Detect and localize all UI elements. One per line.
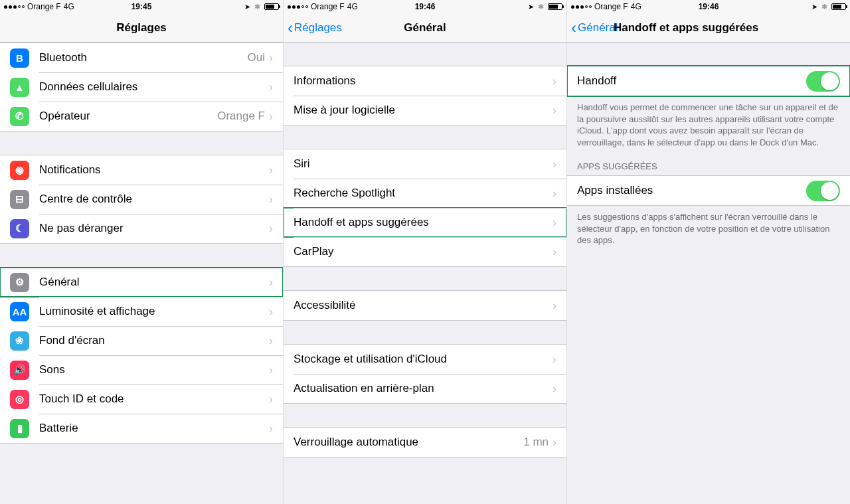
row-label: Actualisation en arrière-plan	[294, 382, 552, 395]
footer-apps: Les suggestions d'apps s'affichent sur l…	[567, 206, 850, 246]
touchid-icon: ◎	[10, 390, 29, 409]
row-value: Oui	[248, 51, 265, 64]
row-handoff-et-apps-sugg-r-es[interactable]: Handoff et apps suggérées›	[284, 208, 566, 237]
row-label: Ne pas déranger	[39, 222, 269, 235]
phone-icon: ✆	[10, 107, 29, 126]
footer-handoff: Handoff vous permet de commencer une tâc…	[567, 96, 850, 148]
bluetooth-status-icon: ✱	[254, 3, 260, 11]
row-op-rateur[interactable]: ✆OpérateurOrange F›	[0, 102, 283, 131]
row-label: Siri	[294, 157, 552, 171]
battery-icon	[264, 3, 279, 10]
location-icon: ➤	[244, 3, 250, 11]
row-label: Données cellulaires	[39, 80, 269, 94]
row-sons[interactable]: 🔊Sons›	[0, 355, 283, 384]
row-bluetooth[interactable]: BBluetoothOui›	[0, 43, 283, 72]
row-label: Apps installées	[577, 184, 806, 197]
bluetooth-status-icon: ✱	[821, 3, 827, 11]
row-centre-de-contr-le[interactable]: ⊟Centre de contrôle›	[0, 185, 283, 214]
cellular-icon: ▲	[10, 78, 29, 97]
row-fond-d-cran[interactable]: ❀Fond d'écran›	[0, 326, 283, 355]
row-label: Fond d'écran	[39, 334, 269, 347]
row-touch-id-et-code[interactable]: ◎Touch ID et code›	[0, 384, 283, 414]
chevron-right-icon: ›	[552, 353, 556, 367]
row-label: Handoff	[577, 74, 806, 88]
screen-settings: Orange F 4G 19:45 ➤ ✱ Réglages BBluetoot…	[0, 0, 284, 504]
clock-label: 19:46	[699, 2, 719, 11]
screen-general: Orange F 4G 19:46 ➤ ✱ ‹ Réglages Général…	[284, 0, 567, 504]
row-label: Centre de contrôle	[39, 193, 269, 206]
row-actualisation-en-arri-re-plan[interactable]: Actualisation en arrière-plan›	[284, 374, 566, 403]
location-icon: ➤	[811, 3, 817, 11]
row-siri[interactable]: Siri›	[284, 149, 566, 179]
chevron-right-icon: ›	[552, 382, 556, 396]
row-accessibilit-[interactable]: Accessibilité›	[284, 291, 566, 320]
nav-bar: ‹ Général Handoff et apps suggérées	[567, 13, 850, 42]
row-mise-jour-logicielle[interactable]: Mise à jour logicielle›	[284, 96, 566, 125]
chevron-right-icon: ›	[552, 74, 556, 88]
bluetooth-icon: B	[10, 48, 29, 68]
row-verrouillage-automatique[interactable]: Verrouillage automatique1 mn›	[284, 428, 566, 457]
back-button[interactable]: ‹ Réglages	[284, 20, 342, 36]
row-label: Informations	[294, 74, 552, 88]
control-center-icon: ⊟	[10, 190, 29, 209]
row-label: Verrouillage automatique	[294, 436, 523, 449]
display-icon: AA	[10, 302, 29, 321]
page-title: Réglages	[0, 21, 283, 35]
chevron-right-icon: ›	[269, 51, 273, 65]
row-value: 1 mn	[523, 436, 549, 449]
row-value: Orange F	[217, 110, 265, 123]
nav-bar: Réglages	[0, 13, 283, 42]
gear-icon: ⚙	[10, 273, 29, 292]
chevron-left-icon: ‹	[571, 20, 576, 36]
notifications-icon: ◉	[10, 161, 29, 180]
row-g-n-ral[interactable]: ⚙Général›	[0, 268, 283, 297]
row-label: CarPlay	[294, 245, 552, 258]
network-label: 4G	[64, 2, 74, 11]
row-label: Batterie	[39, 422, 269, 435]
row-label: Stockage et utilisation d'iCloud	[294, 353, 552, 366]
toggle-handoff[interactable]	[806, 71, 840, 92]
row-apps-installees[interactable]: Apps installées	[567, 176, 850, 205]
battery-icon	[831, 3, 846, 10]
toggle-apps-installees[interactable]	[806, 181, 840, 201]
chevron-right-icon: ›	[552, 299, 556, 313]
row-label: Mise à jour logicielle	[294, 104, 552, 117]
chevron-right-icon: ›	[552, 187, 556, 201]
row-handoff[interactable]: Handoff	[567, 66, 850, 96]
row-batterie[interactable]: ▮Batterie›	[0, 414, 283, 443]
row-label: Général	[39, 276, 269, 289]
chevron-right-icon: ›	[269, 222, 273, 236]
back-button[interactable]: ‹ Général	[567, 20, 618, 36]
header-apps-suggerees: APPS SUGGÉRÉES	[567, 148, 850, 175]
back-label: Général	[578, 21, 618, 35]
row-recherche-spotlight[interactable]: Recherche Spotlight›	[284, 179, 566, 208]
network-label: 4G	[347, 2, 358, 11]
row-ne-pas-d-ranger[interactable]: ☾Ne pas déranger›	[0, 214, 283, 243]
chevron-right-icon: ›	[269, 305, 273, 319]
chevron-right-icon: ›	[269, 193, 273, 207]
row-label: Accessibilité	[294, 299, 552, 312]
row-luminosit-et-affichage[interactable]: AALuminosité et affichage›	[0, 297, 283, 326]
row-label: Opérateur	[39, 110, 217, 123]
chevron-right-icon: ›	[552, 216, 556, 230]
row-donn-es-cellulaires[interactable]: ▲Données cellulaires›	[0, 72, 283, 102]
signal-dots	[288, 5, 308, 9]
chevron-right-icon: ›	[552, 157, 556, 171]
clock-label: 19:45	[131, 2, 152, 11]
row-label: Touch ID et code	[39, 392, 269, 406]
row-notifications[interactable]: ◉Notifications›	[0, 155, 283, 185]
row-label: Luminosité et affichage	[39, 305, 269, 318]
sounds-icon: 🔊	[10, 361, 29, 380]
chevron-right-icon: ›	[269, 363, 273, 377]
carrier-label: Orange F	[594, 2, 628, 11]
status-bar: Orange F 4G 19:45 ➤ ✱	[0, 0, 283, 13]
chevron-right-icon: ›	[269, 163, 273, 177]
row-informations[interactable]: Informations›	[284, 66, 566, 96]
wallpaper-icon: ❀	[10, 331, 29, 351]
bluetooth-status-icon: ✱	[538, 3, 544, 11]
clock-label: 19:46	[415, 2, 436, 11]
row-stockage-et-utilisation-d-icloud[interactable]: Stockage et utilisation d'iCloud›	[284, 345, 566, 374]
chevron-right-icon: ›	[552, 104, 556, 118]
location-icon: ➤	[528, 3, 534, 11]
row-carplay[interactable]: CarPlay›	[284, 237, 566, 266]
